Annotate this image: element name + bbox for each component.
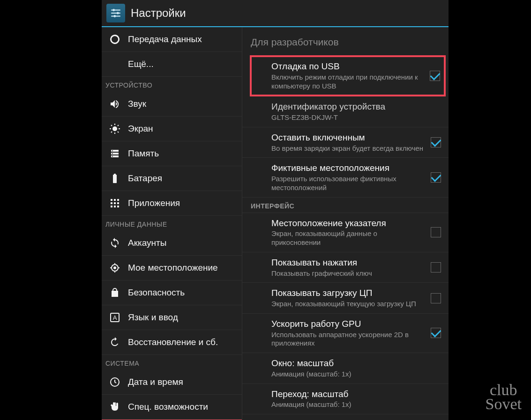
svg-point-3 bbox=[112, 9, 115, 11]
setting-stay-awake[interactable]: Оставить включеннымВо время зарядки экра… bbox=[242, 127, 449, 158]
setting-window-scale[interactable]: Окно: масштабАнимация (масштаб: 1x) bbox=[242, 353, 449, 384]
sidebar-item-label: Звук bbox=[128, 99, 146, 109]
sidebar-item-label: Ещё... bbox=[128, 59, 154, 69]
svg-point-7 bbox=[112, 150, 113, 151]
setting-title: Ускорить работу GPU bbox=[271, 318, 426, 330]
sidebar[interactable]: Передача данныхЕщё...УСТРОЙСТВОЗвукЭкран… bbox=[102, 27, 242, 420]
sidebar-item-label: Экран bbox=[128, 124, 153, 134]
setting-pointer-location[interactable]: Местоположение указателяЭкран, показываю… bbox=[242, 213, 449, 252]
setting-transition-scale[interactable]: Переход: масштабАнимация (масштаб: 1x) bbox=[242, 384, 449, 415]
sidebar-item-label: Безопасность bbox=[128, 287, 185, 298]
sidebar-item-location[interactable]: Мое местоположение bbox=[102, 256, 242, 280]
sidebar-item-label: Восстановление и сб. bbox=[128, 337, 218, 347]
setting-title: Идентификатор устройства bbox=[271, 101, 441, 112]
setting-usb-debugging[interactable]: Отладка по USBВключить режим отладки при… bbox=[251, 56, 445, 96]
clock-icon bbox=[108, 376, 121, 389]
location-icon bbox=[108, 261, 121, 274]
sidebar-item-label: Приложения bbox=[128, 198, 180, 208]
checkbox[interactable] bbox=[430, 71, 440, 81]
svg-rect-14 bbox=[114, 202, 116, 204]
sidebar-item-language[interactable]: AЯзык и ввод bbox=[102, 305, 242, 330]
setting-subtitle: Экран, показывающий данные о прикосновен… bbox=[271, 229, 426, 247]
hand-icon bbox=[108, 400, 121, 413]
setting-show-cpu[interactable]: Показывать загрузку ЦПЭкран, показывающи… bbox=[242, 283, 449, 314]
setting-title: Местоположение указателя bbox=[271, 218, 426, 229]
setting-subtitle: Экран, показывающий текущую загрузку ЦП bbox=[271, 300, 426, 309]
detail-pane[interactable]: Для разработчиковОтладка по USBВключить … bbox=[242, 27, 449, 420]
sidebar-item-storage[interactable]: Память bbox=[102, 141, 242, 166]
setting-subtitle: Анимация (масштаб: 1x) bbox=[271, 370, 441, 379]
sidebar-item-label: Спец. возможности bbox=[128, 402, 208, 412]
sidebar-section-header: УСТРОЙСТВО bbox=[102, 77, 242, 92]
setting-title: Отладка по USB bbox=[271, 61, 425, 72]
sidebar-item-accessibility[interactable]: Спец. возможности bbox=[102, 395, 242, 420]
svg-point-4 bbox=[117, 12, 119, 15]
checkbox[interactable] bbox=[431, 227, 441, 237]
setting-subtitle: Включить режим отладки при подключении к… bbox=[271, 73, 425, 91]
sidebar-item-battery[interactable]: Батарея bbox=[102, 166, 242, 191]
setting-subtitle: Показывать графический ключ bbox=[271, 269, 426, 278]
sidebar-item-label: Передача данных bbox=[128, 34, 202, 44]
lock-icon bbox=[108, 286, 121, 299]
sidebar-item-label: Язык и ввод bbox=[128, 312, 178, 323]
battery-icon bbox=[108, 172, 121, 185]
svg-point-9 bbox=[112, 156, 113, 157]
sidebar-item-backup[interactable]: Восстановление и сб. bbox=[102, 330, 242, 355]
group-header: ПРИЛОЖЕНИЯ bbox=[242, 414, 449, 420]
svg-point-6 bbox=[112, 126, 117, 131]
setting-title: Показывать нажатия bbox=[271, 257, 426, 268]
setting-mock-locations[interactable]: Фиктивные местоположенияРазрешить исполь… bbox=[242, 158, 449, 197]
svg-text:A: A bbox=[113, 314, 117, 321]
setting-title: Фиктивные местоположения bbox=[271, 162, 426, 174]
setting-subtitle: Разрешить использование фиктивных местоп… bbox=[271, 175, 426, 192]
svg-rect-10 bbox=[111, 199, 112, 201]
data-usage-icon bbox=[108, 33, 121, 46]
sidebar-item-security[interactable]: Безопасность bbox=[102, 280, 242, 305]
watermark-line1: club bbox=[486, 383, 522, 398]
svg-rect-13 bbox=[111, 202, 112, 204]
svg-rect-11 bbox=[114, 199, 116, 201]
sidebar-item-sound[interactable]: Звук bbox=[102, 92, 242, 117]
settings-app: Настройки Передача данныхЕщё...УСТРОЙСТВ… bbox=[102, 0, 449, 420]
checkbox[interactable] bbox=[431, 262, 441, 273]
checkbox[interactable] bbox=[431, 293, 441, 303]
setting-force-gpu[interactable]: Ускорить работу GPUИспользовать аппаратн… bbox=[242, 314, 449, 353]
sidebar-item-label: Дата и время bbox=[128, 377, 183, 387]
sidebar-item-datetime[interactable]: Дата и время bbox=[102, 370, 242, 395]
svg-rect-17 bbox=[114, 206, 116, 207]
sidebar-item-label: Мое местоположение bbox=[128, 263, 218, 273]
sidebar-item-display[interactable]: Экран bbox=[102, 117, 242, 141]
brightness-icon bbox=[108, 122, 121, 135]
sidebar-item-label: Аккаунты bbox=[128, 238, 166, 248]
checkbox[interactable] bbox=[431, 137, 441, 147]
checkbox[interactable] bbox=[431, 172, 441, 183]
setting-title: Показывать загрузку ЦП bbox=[271, 287, 426, 299]
setting-subtitle: Анимация (масштаб: 1x) bbox=[271, 400, 441, 409]
volume-icon bbox=[108, 97, 121, 111]
setting-title: Переход: масштаб bbox=[271, 389, 441, 400]
setting-show-touches[interactable]: Показывать нажатияПоказывать графический… bbox=[242, 252, 449, 283]
svg-point-8 bbox=[112, 153, 113, 154]
sidebar-item-accounts[interactable]: Аккаунты bbox=[102, 231, 242, 256]
blank-icon bbox=[108, 58, 121, 71]
page-title: Настройки bbox=[131, 7, 186, 20]
setting-device-id: Идентификатор устройстваGLTS-EZ3B-DKJW-T bbox=[242, 96, 449, 127]
sidebar-item-label: Батарея bbox=[128, 173, 162, 184]
svg-rect-15 bbox=[117, 202, 119, 204]
svg-rect-18 bbox=[117, 206, 119, 207]
watermark-line2: Sovet bbox=[486, 397, 522, 412]
checkbox[interactable] bbox=[431, 328, 441, 338]
apps-icon bbox=[108, 197, 121, 210]
svg-rect-12 bbox=[117, 199, 119, 201]
sidebar-item-more[interactable]: Ещё... bbox=[102, 52, 242, 77]
sidebar-item-apps[interactable]: Приложения bbox=[102, 191, 242, 216]
svg-point-19 bbox=[113, 266, 116, 269]
sidebar-item-label: Память bbox=[128, 148, 159, 159]
titlebar: Настройки bbox=[102, 0, 449, 27]
sidebar-item-data-usage[interactable]: Передача данных bbox=[102, 27, 242, 52]
sidebar-section-header: СИСТЕМА bbox=[102, 355, 242, 370]
setting-title: Окно: масштаб bbox=[271, 358, 441, 369]
sidebar-section-header: ЛИЧНЫЕ ДАННЫЕ bbox=[102, 216, 242, 231]
backup-icon bbox=[108, 336, 121, 349]
detail-title: Для разработчиков bbox=[242, 27, 449, 56]
